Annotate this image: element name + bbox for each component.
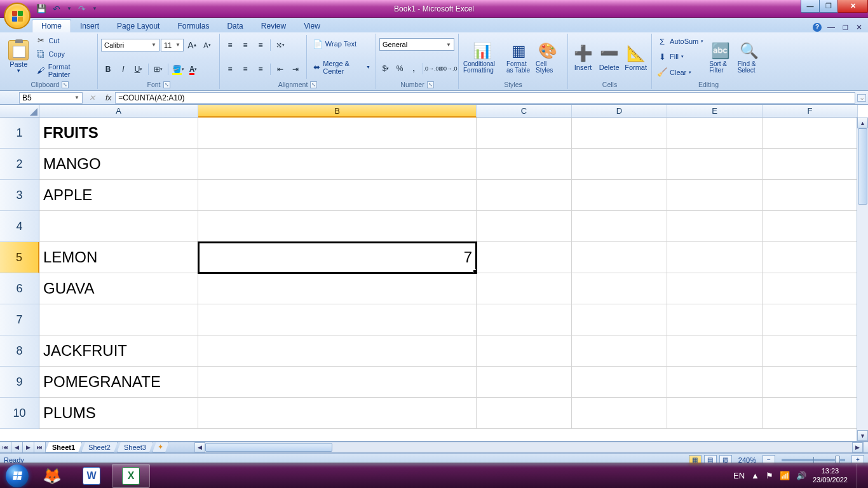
cell-F1[interactable] [763,118,858,149]
horizontal-scrollbar[interactable]: ◀ ▶ [194,442,868,452]
tab-formulas[interactable]: Formulas [168,20,218,32]
font-color-button[interactable]: A▾ [186,62,200,76]
row-header-7[interactable]: 7 [0,304,39,336]
cell-A5[interactable]: LEMON [39,242,198,273]
col-header-B[interactable]: B [198,105,477,118]
border-button[interactable]: ⊞▾ [151,62,165,76]
delete-cells-button[interactable]: ➖Delete [597,34,621,80]
tray-volume-icon[interactable]: 🔊 [796,471,806,480]
cell-F4[interactable] [763,211,858,242]
cell-E1[interactable] [667,118,763,149]
first-sheet-button[interactable]: ⏮ [0,442,11,452]
insert-cells-button[interactable]: ➕Insert [571,34,595,80]
align-left-button[interactable]: ≡ [223,62,237,76]
comma-button[interactable]: , [407,62,420,76]
cell-A7[interactable] [39,304,198,336]
cell-F2[interactable] [763,149,858,180]
orientation-button[interactable]: ⤭▾ [273,38,287,52]
cell-E3[interactable] [667,180,763,211]
font-size-select[interactable]: 11▼ [161,39,184,51]
fill-button[interactable]: ⬇Fill▾ [655,51,705,62]
select-all-button[interactable] [0,105,39,118]
row-header-4[interactable]: 4 [0,211,39,242]
scroll-left-button[interactable]: ◀ [194,442,205,452]
paste-button[interactable]: Paste ▼ [6,34,31,80]
cell-B8[interactable] [198,336,477,367]
alignment-dialog-launcher[interactable]: ⤡ [310,81,317,88]
cell-C3[interactable] [477,180,572,211]
fx-icon[interactable]: fx [105,93,111,102]
cell-F5[interactable] [763,242,858,273]
tab-insert[interactable]: Insert [71,20,108,32]
format-cells-button[interactable]: 📐Format [623,34,648,80]
cell-C7[interactable] [477,304,572,336]
cell-E6[interactable] [667,273,763,304]
increase-indent-button[interactable]: ⇥ [288,62,302,76]
cell-D8[interactable] [572,336,667,367]
row-header-2[interactable]: 2 [0,149,39,180]
cell-B6[interactable] [198,273,477,304]
minimize-button[interactable] [801,0,820,13]
scroll-down-button[interactable]: ▼ [857,430,868,441]
conditional-formatting-button[interactable]: 📊Conditional Formatting [462,34,503,80]
last-sheet-button[interactable]: ⏭ [34,442,46,452]
decrease-decimal-button[interactable]: .00→.0 [441,62,455,76]
merge-center-button[interactable]: ⬌Merge & Center▼ [311,59,372,76]
taskbar-firefox[interactable]: 🦊 [33,464,71,488]
cell-F7[interactable] [763,304,858,336]
scroll-up-button[interactable]: ▲ [857,118,868,128]
row-header-8[interactable]: 8 [0,336,39,367]
maximize-button[interactable] [819,0,838,13]
cell-E8[interactable] [667,336,763,367]
cell-E4[interactable] [667,211,763,242]
row-header-1[interactable]: 1 [0,118,39,149]
tab-home[interactable]: Home [32,19,71,32]
row-header-10[interactable]: 10 [0,398,39,429]
cell-E7[interactable] [667,304,763,336]
cell-C2[interactable] [477,149,572,180]
cell-A8[interactable]: JACKFRUIT [39,336,198,367]
cell-D10[interactable] [572,398,667,429]
number-format-select[interactable]: General▼ [379,38,454,51]
cell-D5[interactable] [572,242,667,273]
align-bottom-button[interactable]: ≡ [254,38,268,52]
col-header-C[interactable]: C [477,105,572,118]
cell-B5[interactable]: 7 [198,242,477,273]
redo-icon[interactable] [76,3,88,15]
cell-E9[interactable] [667,367,763,398]
font-name-select[interactable]: Calibri▼ [101,39,159,51]
hscroll-thumb[interactable] [205,443,332,452]
decrease-indent-button[interactable]: ⇤ [273,62,287,76]
cell-D9[interactable] [572,367,667,398]
col-header-E[interactable]: E [667,105,763,118]
cell-E10[interactable] [667,398,763,429]
tray-flag-icon[interactable]: ⚑ [766,471,773,480]
row-header-9[interactable]: 9 [0,367,39,398]
sheet-tab-3[interactable]: Sheet3 [117,442,153,452]
col-header-D[interactable]: D [572,105,667,118]
italic-button[interactable]: I [116,62,130,76]
qat-customize[interactable]: ▼ [92,3,98,15]
next-sheet-button[interactable]: ▶ [23,442,34,452]
grow-font-button[interactable]: A▴ [185,38,199,52]
prev-sheet-button[interactable]: ◀ [11,442,23,452]
col-header-F[interactable]: F [763,105,858,118]
cell-A2[interactable]: MANGO [39,149,198,180]
cell-A6[interactable]: GUAVA [39,273,198,304]
align-top-button[interactable]: ≡ [223,38,237,52]
vertical-scrollbar[interactable]: ▲ ▼ [857,118,868,441]
bold-button[interactable]: B [101,62,115,76]
cell-E5[interactable] [667,242,763,273]
office-button[interactable] [4,3,31,29]
cell-B1[interactable] [198,118,477,149]
shrink-font-button[interactable]: A▾ [200,38,214,52]
tab-data[interactable]: Data [218,20,252,32]
cell-D4[interactable] [572,211,667,242]
restore-window-icon[interactable] [840,22,850,32]
cancel-formula-button[interactable]: ✕ [83,93,102,102]
ribbon-minimize-icon[interactable] [826,22,836,32]
format-painter-button[interactable]: Format Painter [34,62,94,79]
cell-C9[interactable] [477,367,572,398]
sort-filter-button[interactable]: 🔤Sort & Filter [708,34,733,80]
undo-dropdown[interactable]: ▼ [66,3,72,15]
